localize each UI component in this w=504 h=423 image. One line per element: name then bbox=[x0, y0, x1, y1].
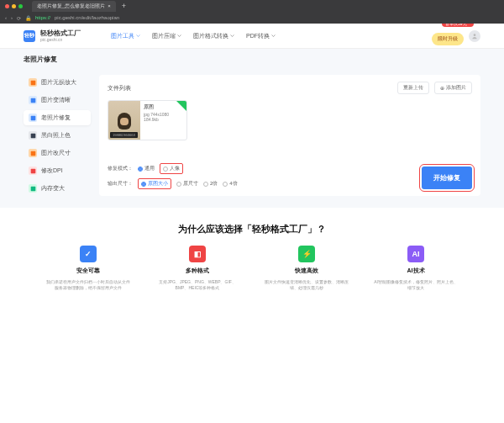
mode-row: 修复模式： 通用 人像 bbox=[108, 163, 238, 174]
sidebar-item-colorize[interactable]: 黑白照上色 bbox=[24, 128, 91, 143]
upgrade-button[interactable]: 限时升级 bbox=[432, 33, 464, 45]
promo-badge: 首单仅39元 bbox=[442, 24, 474, 27]
shield-icon: ✓ bbox=[80, 246, 97, 262]
brand-name: 轻秒格式工厂 bbox=[40, 30, 81, 37]
sidebar-item-enlarge[interactable]: 图片无损放大 bbox=[24, 75, 91, 90]
svg-rect-4 bbox=[30, 133, 35, 138]
sidebar-item-dpi[interactable]: 修改DPI bbox=[24, 163, 91, 178]
start-button[interactable]: 开始修复 bbox=[422, 167, 472, 189]
size-2x[interactable]: 2倍 bbox=[203, 180, 218, 188]
size-label: 输出尺寸： bbox=[108, 180, 133, 188]
file-thumbnail: 198802360663 bbox=[108, 101, 140, 140]
feature-formats: ◧ 多种格式 支持JPG、JPEG、PNG、WEBP、GIF、BMP、HEIC等… bbox=[155, 246, 239, 290]
mode-portrait[interactable]: 人像 bbox=[160, 163, 183, 174]
add-image-button[interactable]: ⊕添加图片 bbox=[434, 82, 472, 94]
url-bar: ‹ › ⟳ 🔒 https://pic.geshi.cn/edit/laozha… bbox=[0, 12, 504, 24]
sidebar-item-filesize[interactable]: 内存变大 bbox=[24, 181, 91, 196]
browser-tab[interactable]: 老照片修复_怎么修复老旧照片 × bbox=[32, 1, 116, 12]
svg-rect-5 bbox=[30, 151, 35, 156]
nav-item-convert[interactable]: 图片格式转换 bbox=[193, 32, 234, 40]
maximize-window-icon[interactable] bbox=[18, 4, 23, 8]
svg-rect-2 bbox=[30, 98, 35, 103]
avatar[interactable] bbox=[469, 30, 480, 42]
feature-safe: ✓ 安全可靠 我们承诺在用户文件归档一小时后自动从文件服务器物理删除，绝不保留用… bbox=[46, 246, 130, 290]
close-window-icon[interactable] bbox=[5, 4, 9, 8]
size-original[interactable]: 原图大小 bbox=[138, 178, 171, 189]
svg-rect-6 bbox=[30, 168, 35, 173]
reupload-button[interactable]: 重新上传 bbox=[397, 82, 429, 94]
nav-item-compress[interactable]: 图片压缩 bbox=[152, 32, 181, 40]
file-icon: ◧ bbox=[189, 246, 206, 262]
brand-sub: pic.geshi.cn bbox=[40, 37, 81, 42]
sidebar-item-sharpen[interactable]: 图片变清晰 bbox=[24, 93, 91, 108]
svg-rect-7 bbox=[30, 186, 35, 191]
forward-icon[interactable]: › bbox=[11, 15, 13, 20]
file-id-tag: 198802360663 bbox=[110, 132, 138, 138]
reload-icon[interactable]: ⟳ bbox=[17, 15, 21, 21]
svg-rect-3 bbox=[30, 115, 35, 120]
file-panel: 文件列表 重新上传 ⊕添加图片 198802360663 原图 jpg 744x… bbox=[99, 75, 480, 196]
window-titlebar: 老照片修复_怎么修复老旧照片 × + bbox=[0, 0, 504, 12]
file-info: jpg 744x1080 184.9kb bbox=[144, 112, 183, 122]
sidebar-item-restore[interactable]: 老照片修复 bbox=[24, 110, 91, 125]
work-area: 图片无损放大 图片变清晰 老照片修复 黑白照上色 图片改尺寸 修改DPI 内存变… bbox=[0, 70, 504, 208]
mode-label: 修复模式： bbox=[108, 165, 133, 172]
page-content: 轻秒 轻秒格式工厂 pic.geshi.cn 图片工具 图片压缩 图片格式转换 … bbox=[0, 24, 504, 423]
mode-general[interactable]: 通用 bbox=[138, 165, 155, 172]
tool-sidebar: 图片无损放大 图片变清晰 老照片修复 黑白照上色 图片改尺寸 修改DPI 内存变… bbox=[24, 75, 91, 196]
size-same[interactable]: 原尺寸 bbox=[176, 180, 198, 188]
minimize-window-icon[interactable] bbox=[12, 4, 16, 8]
url-text[interactable]: pic.geshi.cn/edit/laozhaopian bbox=[55, 15, 119, 20]
bolt-icon: ⚡ bbox=[298, 246, 315, 262]
sidebar-item-resize[interactable]: 图片改尺寸 bbox=[24, 145, 91, 161]
main-nav: 图片工具 图片压缩 图片格式转换 PDF转换 bbox=[111, 32, 276, 40]
size-row: 输出尺寸： 原图大小 原尺寸 2倍 4倍 bbox=[108, 178, 238, 189]
options-row: 修复模式： 通用 人像 输出尺寸： 原图大小 原尺寸 2倍 4倍 开始修复 bbox=[108, 156, 472, 189]
upgrade-wrap: 首单仅39元 限时升级 bbox=[432, 26, 464, 45]
ai-icon: AI bbox=[407, 246, 424, 262]
logo-icon[interactable]: 轻秒 bbox=[24, 30, 35, 42]
page-title: 老照片修复 bbox=[0, 49, 504, 70]
check-corner-icon bbox=[176, 101, 186, 111]
plus-icon: ⊕ bbox=[440, 85, 444, 91]
panel-title: 文件列表 bbox=[108, 84, 131, 93]
nav-item-image-tools[interactable]: 图片工具 bbox=[111, 32, 140, 40]
new-tab-icon[interactable]: + bbox=[122, 2, 126, 10]
back-icon[interactable]: ‹ bbox=[5, 15, 7, 20]
feature-fast: ⚡ 快速高效 图片文件快速变清晰优化、设置参数、清晰压缩、处理仅需几秒 bbox=[265, 246, 349, 290]
lock-icon: 🔒 bbox=[25, 15, 31, 21]
nav-item-pdf[interactable]: PDF转换 bbox=[246, 32, 276, 40]
svg-point-0 bbox=[474, 34, 476, 36]
file-card[interactable]: 198802360663 原图 jpg 744x1080 184.9kb bbox=[108, 100, 187, 140]
file-list: 198802360663 原图 jpg 744x1080 184.9kb bbox=[108, 100, 472, 140]
tab-title: 老照片修复_怎么修复老旧照片 bbox=[37, 3, 105, 10]
close-tab-icon[interactable]: × bbox=[108, 3, 111, 8]
brand-block: 轻秒格式工厂 pic.geshi.cn bbox=[40, 30, 81, 42]
site-header: 轻秒 轻秒格式工厂 pic.geshi.cn 图片工具 图片压缩 图片格式转换 … bbox=[0, 24, 504, 49]
feature-ai: AI AI技术 AI智能图像修复技术，修复照片、照片上色、细节放大 bbox=[374, 246, 458, 290]
size-4x[interactable]: 4倍 bbox=[223, 180, 237, 188]
why-heading: 为什么应该选择「轻秒格式工厂」？ bbox=[0, 208, 504, 246]
features-row: ✓ 安全可靠 我们承诺在用户文件归档一小时后自动从文件服务器物理删除，绝不保留用… bbox=[0, 246, 504, 299]
svg-rect-1 bbox=[30, 80, 35, 85]
